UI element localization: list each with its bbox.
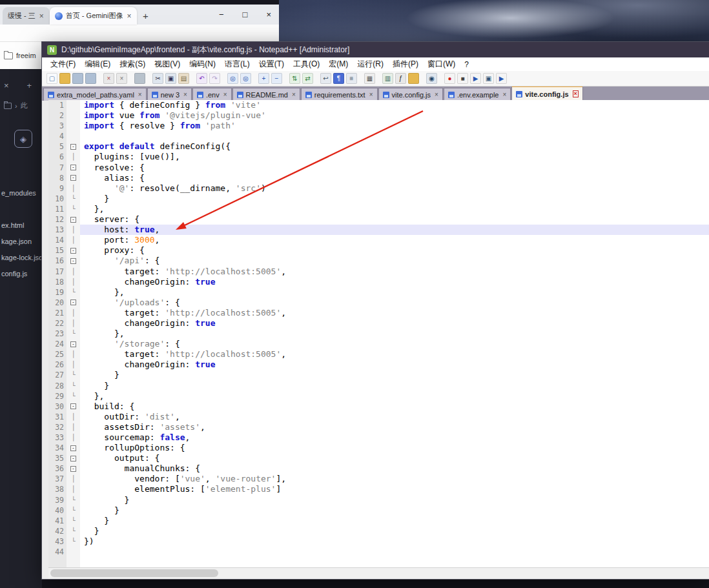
fold-collapse-icon[interactable]: - (70, 248, 76, 254)
code-line[interactable]: 16- '/api': { (48, 256, 709, 266)
zoom-in-icon[interactable]: + (258, 73, 269, 84)
code-line[interactable]: 2import vue from '@vitejs/plugin-vue' (48, 110, 709, 121)
tab-close-icon[interactable]: × (435, 91, 438, 98)
menu-item[interactable]: 搜索(S) (115, 59, 150, 70)
document-map-icon[interactable]: ▥ (382, 73, 393, 84)
show-all-characters-icon[interactable]: ¶ (333, 73, 344, 84)
code-line[interactable]: 18│ changeOrigin: true (48, 277, 709, 287)
sync-horizontal-scroll-icon[interactable]: ⇄ (302, 73, 313, 84)
code-line[interactable]: 3import { resolve } from 'path' (48, 121, 709, 131)
code-line[interactable]: 14│ port: 3000, (48, 235, 709, 245)
fold-marker[interactable]: - (67, 141, 80, 152)
code-line[interactable]: 39└ } (48, 495, 709, 505)
function-list-icon[interactable]: ƒ (395, 73, 406, 84)
menu-item[interactable]: ? (460, 60, 473, 69)
document-tab-README.md[interactable]: README.md× (232, 88, 300, 101)
replace-icon[interactable]: ◎ (240, 73, 251, 84)
new-tab-button[interactable]: + (137, 7, 154, 25)
open-folder-icon[interactable] (59, 73, 70, 84)
code-line[interactable]: 34- rollupOptions: { (48, 443, 709, 453)
code-line[interactable]: 12- server: { (48, 214, 709, 225)
code-line[interactable]: 8- alias: { (48, 173, 709, 183)
code-line[interactable]: 6│ plugins: [vue()], (48, 152, 709, 162)
user-defined-dialog-icon[interactable]: ▦ (364, 73, 375, 84)
explorer-file-e_modules[interactable]: e_modules (1, 185, 42, 201)
redo-icon[interactable]: ↷ (209, 73, 220, 84)
document-tab-vite.config.js[interactable]: vite.config.js× (378, 88, 443, 101)
code-line[interactable]: 29└ }, (48, 391, 709, 401)
code-line[interactable]: 36- manualChunks: { (48, 463, 709, 474)
browser-tab-2[interactable]: 首页 - Gemini图像 × (50, 7, 138, 25)
word-wrap-icon[interactable]: ↩ (320, 73, 331, 84)
fold-marker[interactable]: - (67, 339, 80, 349)
code-line[interactable]: 33│ sourcemap: false, (48, 432, 709, 443)
stop-recording-icon[interactable]: ■ (457, 73, 468, 84)
code-line[interactable]: 22│ changeOrigin: true (48, 318, 709, 329)
bookmark-label[interactable]: freeim (16, 52, 36, 59)
browser-tab-1[interactable]: 缓慢 - 三 × (3, 7, 50, 25)
code-line[interactable]: 38│ elementPlus: ['element-plus'] (48, 484, 709, 494)
fold-collapse-icon[interactable]: - (70, 144, 76, 150)
code-line[interactable]: 24- '/storage': { (48, 339, 709, 349)
code-line[interactable]: 23└ }, (48, 329, 709, 339)
fold-marker[interactable]: - (67, 453, 80, 463)
fold-marker[interactable]: - (67, 173, 80, 183)
fold-collapse-icon[interactable]: - (70, 445, 76, 451)
code-line[interactable]: 11└ }, (48, 204, 709, 214)
new-tab-icon[interactable]: + (26, 81, 32, 90)
fold-marker[interactable]: - (67, 443, 80, 453)
code-line[interactable]: 27└ } (48, 370, 709, 380)
document-tab-extra_model_paths.yaml[interactable]: extra_model_paths.yaml× (43, 88, 147, 101)
explorer-file-kage.json[interactable]: kage.json (1, 234, 42, 250)
app-logo-icon[interactable]: ◈ (14, 130, 32, 148)
find-icon[interactable]: ◎ (227, 73, 238, 84)
fold-marker[interactable]: - (67, 163, 80, 173)
fold-marker[interactable]: - (67, 214, 80, 225)
document-tab-new-3[interactable]: new 3× (147, 88, 192, 101)
notepadpp-titlebar[interactable]: N D:\github\GeminiImageApp\frontend - 副本… (42, 42, 709, 57)
menu-item[interactable]: 编辑(E) (80, 59, 115, 70)
folder-as-workspace-icon[interactable] (408, 73, 419, 84)
code-line[interactable]: 30- build: { (48, 401, 709, 412)
menu-item[interactable]: 插件(P) (388, 59, 423, 70)
menu-item[interactable]: 运行(R) (353, 59, 388, 70)
code-line[interactable]: 25│ target: 'http://localhost:5005', (48, 349, 709, 360)
code-line[interactable]: 4 (48, 131, 709, 141)
code-line[interactable]: 20- '/uploads': { (48, 298, 709, 308)
document-tab-requirements.txt[interactable]: requirements.txt× (301, 88, 378, 101)
code-line[interactable]: 31│ outDir: 'dist', (48, 412, 709, 422)
paste-icon[interactable]: ▤ (178, 73, 189, 84)
print-icon[interactable] (134, 73, 145, 84)
sync-vertical-scroll-icon[interactable]: ⇅ (289, 73, 300, 84)
code-editor[interactable]: 1import { defineConfig } from 'vite'2imp… (48, 100, 709, 568)
code-line[interactable]: 35- output: { (48, 453, 709, 463)
fold-collapse-icon[interactable]: - (70, 466, 76, 472)
code-line[interactable]: 21│ target: 'http://localhost:5005', (48, 308, 709, 318)
code-line[interactable]: 13│ host: true, (48, 225, 709, 235)
record-macro-icon[interactable]: ● (444, 73, 455, 84)
close-document-icon[interactable]: × (103, 73, 114, 84)
tab-close-icon[interactable]: × (502, 91, 506, 98)
save-macro-icon[interactable]: ▣ (483, 73, 494, 84)
menu-item[interactable]: 文件(F) (46, 59, 80, 70)
run-macro-multiple-icon[interactable]: ▶ (496, 73, 507, 84)
menu-item[interactable]: 窗口(W) (423, 59, 460, 70)
fold-collapse-icon[interactable]: - (70, 403, 76, 409)
tab-close-icon[interactable]: × (369, 91, 373, 98)
menu-item[interactable]: 工具(O) (289, 59, 324, 70)
new-file-icon[interactable]: ▢ (46, 73, 57, 84)
close-tab-icon[interactable]: × (4, 81, 9, 90)
code-line[interactable]: 5-export default defineConfig({ (48, 141, 709, 152)
explorer-file-config.js[interactable]: config.js (1, 266, 42, 282)
tab-close-icon[interactable]: × (138, 91, 142, 98)
code-line[interactable]: 37│ vendor: ['vue', 'vue-router'], (48, 474, 709, 484)
code-line[interactable]: 32│ assetsDir: 'assets', (48, 422, 709, 432)
cut-icon[interactable]: ✂ (152, 73, 163, 84)
explorer-file-kage-lock.jso[interactable]: kage-lock.jso (1, 250, 42, 266)
play-macro-icon[interactable]: ▶ (470, 73, 481, 84)
code-line[interactable]: 9│ '@': resolve(__dirname, 'src') (48, 183, 709, 194)
fold-collapse-icon[interactable]: - (70, 165, 76, 170)
explorer-file-ex.html[interactable]: ex.html (1, 218, 42, 234)
fold-collapse-icon[interactable]: - (70, 341, 76, 347)
fold-collapse-icon[interactable]: - (70, 456, 76, 461)
